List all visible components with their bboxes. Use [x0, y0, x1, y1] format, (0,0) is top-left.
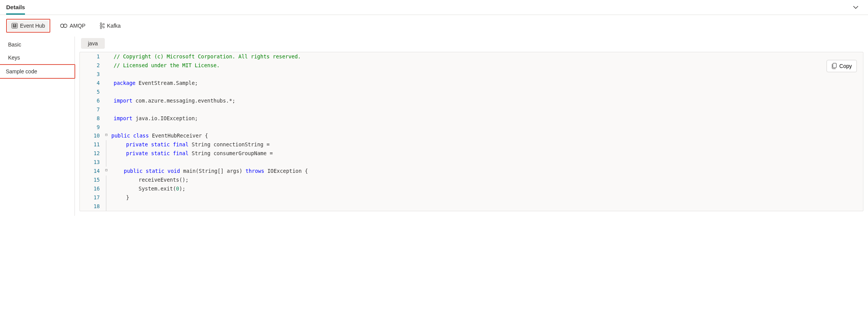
- protocol-amqp-button[interactable]: AMQP: [56, 20, 89, 31]
- svg-rect-5: [13, 27, 17, 27]
- svg-rect-3: [15, 24, 17, 25]
- details-header: Details: [0, 0, 868, 15]
- highlight-event-hub: Event Hub: [6, 19, 50, 33]
- protocol-bar: Event Hub AMQP Kafka: [0, 15, 868, 36]
- fold-icon[interactable]: ⊟: [104, 131, 109, 140]
- svg-rect-2: [13, 25, 14, 26]
- svg-point-11: [103, 23, 104, 25]
- main-content: java Copy 1// Copyright (c) Microsoft Co…: [75, 36, 868, 216]
- svg-line-15: [102, 25, 103, 25]
- sidebar-item-basic[interactable]: Basic: [0, 38, 74, 51]
- protocol-label: Event Hub: [20, 23, 45, 29]
- collapse-chevron-icon[interactable]: [850, 1, 862, 13]
- fold-icon[interactable]: ⊟: [104, 167, 109, 176]
- svg-rect-17: [833, 63, 837, 68]
- sidebar: Basic Keys Sample code: [0, 36, 75, 216]
- svg-rect-1: [13, 24, 14, 25]
- sidebar-item-sample-code[interactable]: Sample code: [0, 65, 74, 78]
- copy-button[interactable]: Copy: [827, 60, 857, 72]
- amqp-icon: [60, 23, 67, 28]
- language-pill[interactable]: java: [81, 38, 105, 49]
- protocol-label: AMQP: [69, 23, 85, 29]
- copy-icon: [832, 63, 837, 69]
- highlight-sample-code: Sample code: [0, 64, 75, 79]
- svg-point-8: [100, 23, 102, 24]
- svg-point-10: [100, 27, 102, 29]
- svg-line-16: [102, 26, 103, 27]
- protocol-kafka-button[interactable]: Kafka: [96, 20, 125, 31]
- svg-rect-4: [15, 25, 17, 26]
- protocol-label: Kafka: [107, 23, 121, 29]
- copy-label: Copy: [839, 63, 852, 69]
- protocol-event-hub-button[interactable]: Event Hub: [8, 20, 49, 31]
- svg-point-12: [103, 27, 104, 28]
- tab-details[interactable]: Details: [6, 0, 25, 15]
- event-hub-icon: [12, 23, 18, 28]
- code-block: Copy 1// Copyright (c) Microsoft Corpora…: [79, 52, 863, 211]
- kafka-icon: [99, 22, 105, 29]
- sidebar-item-keys[interactable]: Keys: [0, 51, 74, 64]
- svg-point-9: [100, 25, 102, 27]
